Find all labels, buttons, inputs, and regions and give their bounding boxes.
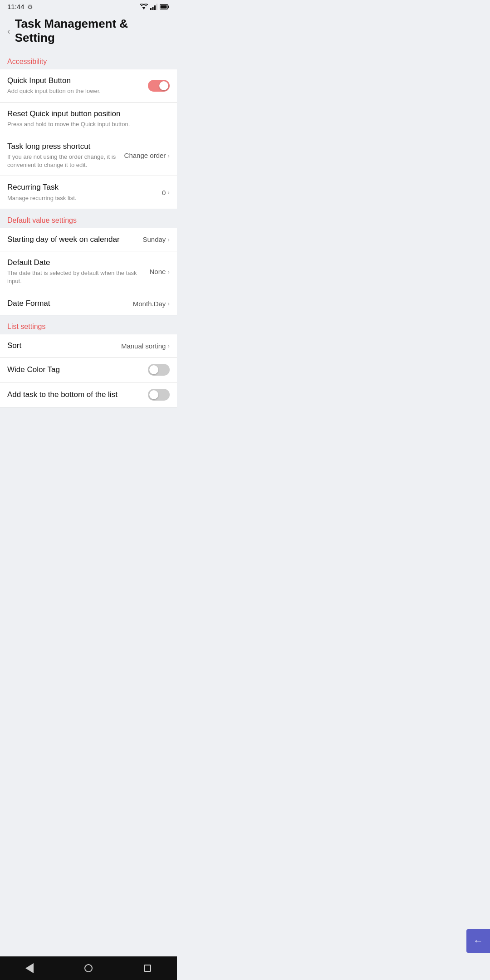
svg-rect-1 bbox=[150, 8, 152, 10]
svg-marker-0 bbox=[142, 7, 146, 10]
list-item-left-task-long-press: Task long press shortcutIf you are not u… bbox=[7, 142, 124, 169]
status-bar: 11:44 ⚙ bbox=[0, 0, 177, 12]
chevron-icon-sort: › bbox=[167, 342, 170, 349]
list-item-title-default-date: Default Date bbox=[7, 258, 145, 268]
list-item-right-add-task-bottom bbox=[148, 389, 170, 401]
list-item-task-long-press[interactable]: Task long press shortcutIf you are not u… bbox=[0, 135, 177, 176]
list-item-value-date-format: Month.Day bbox=[133, 300, 166, 308]
list-item-left-starting-day-week: Starting day of week on calendar bbox=[7, 235, 142, 245]
list-item-right-date-format: Month.Day› bbox=[133, 300, 170, 308]
list-item-right-starting-day-week: Sunday› bbox=[142, 235, 170, 243]
list-item-value-starting-day-week: Sunday bbox=[142, 235, 166, 243]
list-item-right-quick-input-button bbox=[148, 80, 170, 92]
chevron-icon-task-long-press: › bbox=[167, 152, 170, 159]
list-item-reset-quick-input[interactable]: Reset Quick input button positionPress a… bbox=[0, 103, 177, 135]
list-item-left-wide-color-tag: Wide Color Tag bbox=[7, 365, 148, 375]
list-item-left-date-format: Date Format bbox=[7, 299, 133, 309]
wifi-icon bbox=[140, 4, 148, 10]
toggle-add-task-bottom[interactable] bbox=[148, 389, 170, 401]
list-item-title-date-format: Date Format bbox=[7, 299, 128, 309]
svg-rect-4 bbox=[157, 4, 158, 10]
list-item-value-recurring-task: 0 bbox=[162, 189, 166, 196]
list-item-value-task-long-press: Change order bbox=[124, 152, 166, 159]
list-item-date-format[interactable]: Date FormatMonth.Day› bbox=[0, 292, 177, 315]
list-item-right-wide-color-tag bbox=[148, 364, 170, 376]
list-item-right-recurring-task: 0› bbox=[162, 189, 170, 196]
list-item-title-add-task-bottom: Add task to the bottom of the list bbox=[7, 390, 143, 400]
svg-rect-2 bbox=[152, 7, 154, 10]
settings-icon: ⚙ bbox=[27, 3, 33, 10]
list-item-title-recurring-task: Recurring Task bbox=[7, 182, 157, 192]
battery-icon bbox=[160, 4, 170, 10]
back-button[interactable]: ‹ bbox=[7, 26, 10, 36]
list-item-title-task-long-press: Task long press shortcut bbox=[7, 142, 120, 152]
list-item-wide-color-tag[interactable]: Wide Color Tag bbox=[0, 358, 177, 382]
list-item-default-date[interactable]: Default DateThe date that is selected by… bbox=[0, 251, 177, 292]
list-item-value-default-date: None bbox=[149, 268, 166, 275]
section-label-accessibility: Accessibility bbox=[0, 50, 177, 69]
list-item-starting-day-week[interactable]: Starting day of week on calendarSunday› bbox=[0, 228, 177, 251]
page-title: Task Management & Setting bbox=[15, 17, 170, 45]
list-item-title-wide-color-tag: Wide Color Tag bbox=[7, 365, 143, 375]
chevron-icon-date-format: › bbox=[167, 300, 170, 307]
list-item-subtitle-quick-input-button: Add quick input button on the lower. bbox=[7, 87, 143, 95]
list-item-subtitle-reset-quick-input: Press and hold to move the Quick input b… bbox=[7, 120, 165, 128]
list-item-right-default-date: None› bbox=[149, 268, 170, 275]
list-item-subtitle-default-date: The date that is selected by default whe… bbox=[7, 269, 145, 285]
content: AccessibilityQuick Input ButtonAdd quick… bbox=[0, 50, 177, 462]
list-item-sort[interactable]: SortManual sorting› bbox=[0, 334, 177, 358]
chevron-icon-recurring-task: › bbox=[167, 189, 170, 196]
list-item-title-starting-day-week: Starting day of week on calendar bbox=[7, 235, 138, 245]
list-item-left-add-task-bottom: Add task to the bottom of the list bbox=[7, 390, 148, 400]
section-label-list-settings: List settings bbox=[0, 315, 177, 334]
list-item-title-quick-input-button: Quick Input Button bbox=[7, 76, 143, 86]
toggle-thumb-quick-input-button bbox=[159, 81, 168, 90]
status-time: 11:44 bbox=[7, 3, 24, 10]
list-item-title-sort: Sort bbox=[7, 341, 117, 351]
chevron-icon-default-date: › bbox=[167, 268, 170, 275]
svg-rect-7 bbox=[161, 5, 167, 8]
svg-rect-6 bbox=[168, 5, 170, 8]
list-item-left-recurring-task: Recurring TaskManage recurring task list… bbox=[7, 182, 162, 202]
list-item-left-quick-input-button: Quick Input ButtonAdd quick input button… bbox=[7, 76, 148, 95]
svg-rect-3 bbox=[154, 5, 156, 10]
list-item-left-reset-quick-input: Reset Quick input button positionPress a… bbox=[7, 109, 170, 128]
status-icons bbox=[140, 4, 170, 10]
list-item-add-task-bottom[interactable]: Add task to the bottom of the list bbox=[0, 382, 177, 407]
section-label-default-value-settings: Default value settings bbox=[0, 209, 177, 228]
list-item-right-task-long-press: Change order› bbox=[124, 152, 170, 159]
list-item-title-reset-quick-input: Reset Quick input button position bbox=[7, 109, 165, 119]
list-item-right-sort: Manual sorting› bbox=[121, 342, 170, 350]
toggle-wide-color-tag[interactable] bbox=[148, 364, 170, 376]
list-item-subtitle-task-long-press: If you are not using the order change, i… bbox=[7, 153, 120, 169]
list-item-quick-input-button[interactable]: Quick Input ButtonAdd quick input button… bbox=[0, 69, 177, 102]
chevron-icon-starting-day-week: › bbox=[167, 236, 170, 243]
list-item-left-default-date: Default DateThe date that is selected by… bbox=[7, 258, 149, 285]
list-item-left-sort: Sort bbox=[7, 341, 121, 351]
list-item-subtitle-recurring-task: Manage recurring task list. bbox=[7, 194, 157, 202]
list-item-recurring-task[interactable]: Recurring TaskManage recurring task list… bbox=[0, 176, 177, 209]
list-item-value-sort: Manual sorting bbox=[121, 342, 166, 350]
toggle-quick-input-button[interactable] bbox=[148, 80, 170, 92]
signal-icon bbox=[150, 4, 157, 10]
header: ‹ Task Management & Setting bbox=[0, 12, 177, 50]
